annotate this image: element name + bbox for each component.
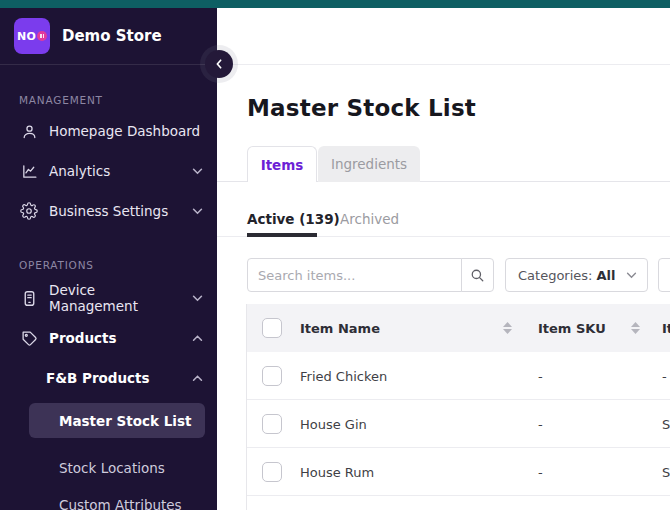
search-input[interactable] [247, 258, 462, 292]
column-header-item-name: Item Name [300, 304, 380, 352]
chevron-left-icon [215, 59, 223, 69]
item-name-cell: Fried Chicken [300, 352, 387, 400]
sidebar-item-label: Products [49, 330, 117, 346]
top-accent-bar [0, 0, 670, 8]
sidebar-divider [0, 64, 217, 65]
app-window: NO Demo Store MANAGEMENT Homepage Dashbo… [0, 0, 670, 510]
logo-text: NO [17, 30, 36, 43]
tab-ingredients[interactable]: Ingredients [318, 146, 420, 182]
sidebar-item-label: Device Management [49, 282, 181, 314]
table-row[interactable]: House Rum - S [247, 448, 670, 496]
brand: NO Demo Store [14, 18, 162, 54]
store-name: Demo Store [62, 27, 162, 45]
chevron-down-icon [192, 168, 203, 175]
column-header-item-sku: Item SKU [538, 304, 606, 352]
sidebar-item-homepage-dashboard[interactable]: Homepage Dashboard [20, 119, 203, 143]
chart-icon [20, 162, 38, 180]
row-checkbox[interactable] [262, 462, 282, 482]
item-extra-cell: - [662, 352, 667, 400]
sidebar-item-analytics[interactable]: Analytics [20, 159, 203, 183]
q-bubble-icon [37, 31, 47, 41]
chevron-down-icon [192, 208, 203, 215]
sort-icon[interactable] [631, 322, 640, 334]
sidebar-item-label: Analytics [49, 163, 110, 179]
sidebar-item-device-management[interactable]: Device Management [20, 286, 203, 310]
sidebar-item-label: F&B Products [46, 370, 150, 386]
chevron-up-icon [192, 335, 203, 342]
select-all-checkbox[interactable] [262, 318, 282, 338]
sidebar: NO Demo Store MANAGEMENT Homepage Dashbo… [0, 8, 217, 510]
row-checkbox[interactable] [262, 366, 282, 386]
sidebar-collapse-button[interactable] [205, 50, 233, 78]
sidebar-item-label: Homepage Dashboard [49, 123, 200, 139]
tag-icon [20, 329, 38, 347]
column-header-clipped: It [662, 304, 670, 352]
item-sku-cell: - [538, 400, 543, 448]
table-header-row: Item Name Item SKU It [247, 304, 670, 352]
tab-items[interactable]: Items [247, 146, 317, 182]
header-divider [217, 64, 670, 65]
sidebar-item-label: Custom Attributes [59, 497, 182, 510]
section-operations: OPERATIONS [19, 259, 94, 271]
section-management: MANAGEMENT [19, 94, 103, 106]
noq-logo: NO [14, 18, 50, 54]
sidebar-item-label: Master Stock List [59, 413, 191, 429]
sidebar-item-label: Stock Locations [59, 460, 165, 476]
chevron-down-icon [626, 272, 637, 279]
row-checkbox[interactable] [262, 414, 282, 434]
chevron-down-icon [192, 295, 203, 302]
item-extra-cell: S [662, 400, 670, 448]
categories-label: Categories: [518, 268, 592, 283]
item-name-cell: House Rum [300, 448, 374, 496]
sidebar-item-fnb-products[interactable]: F&B Products [46, 366, 203, 390]
sidebar-item-stock-locations[interactable]: Stock Locations [59, 460, 165, 476]
user-icon [20, 122, 38, 140]
table-row[interactable]: Fried Chicken - - [247, 352, 670, 400]
categories-value: All [596, 268, 615, 283]
sidebar-item-master-stock-list[interactable]: Master Stock List [29, 403, 205, 438]
sidebar-item-label: Business Settings [49, 203, 168, 219]
sidebar-item-custom-attributes[interactable]: Custom Attributes [59, 497, 182, 510]
sidebar-item-products[interactable]: Products [20, 326, 203, 350]
active-subtab-underline [247, 233, 317, 237]
search-icon [470, 268, 485, 283]
sort-icon[interactable] [503, 322, 512, 334]
item-sku-cell: - [538, 352, 543, 400]
sidebar-item-business-settings[interactable]: Business Settings [20, 199, 203, 223]
categories-dropdown[interactable]: Categories: All [505, 258, 648, 292]
item-name-cell: House Gin [300, 400, 367, 448]
search-button[interactable] [461, 258, 494, 292]
subtab-active[interactable]: Active (139) [247, 211, 340, 227]
item-extra-cell: S [662, 448, 670, 496]
gear-icon [20, 202, 38, 220]
subtab-archived[interactable]: Archived [340, 211, 399, 227]
page-title: Master Stock List [247, 95, 476, 121]
item-sku-cell: - [538, 448, 543, 496]
clipped-filter-control[interactable] [658, 258, 670, 292]
chevron-up-icon [192, 375, 203, 382]
table-row[interactable]: House Gin - S [247, 400, 670, 448]
device-icon [20, 289, 38, 307]
